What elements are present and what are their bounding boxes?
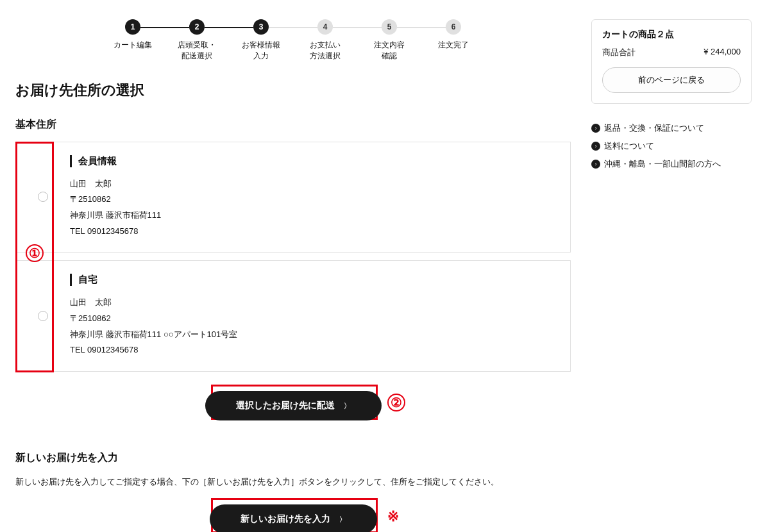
- new-address-cta-row: 新しいお届け先を入力 〉 ※: [15, 504, 571, 532]
- progress-step: 4お支払い 方法選択: [293, 19, 357, 62]
- button-label: 選択したお届け先に配送: [236, 400, 335, 411]
- help-link[interactable]: ›沖縄・離島・一部山間部の方へ: [591, 155, 752, 173]
- address-tel: TEL 09012345678: [70, 224, 557, 240]
- step-number: 1: [125, 19, 140, 35]
- step-connector: [269, 27, 317, 28]
- address-card[interactable]: 会員情報山田 太郎〒2510862神奈川県 藤沢市稲荷111TEL 090123…: [15, 142, 571, 253]
- step-connector: [333, 27, 382, 28]
- button-label: 新しいお届け先を入力: [240, 513, 330, 525]
- deliver-to-selected-button[interactable]: 選択したお届け先に配送 〉: [205, 391, 382, 420]
- step-label: お支払い 方法選択: [310, 40, 341, 62]
- step-label: 店頭受取・ 配送選択: [178, 40, 216, 62]
- basic-address-heading: 基本住所: [15, 118, 571, 131]
- annotation-marker: ※: [387, 508, 399, 525]
- step-label: お客様情報 入力: [242, 40, 280, 62]
- address-title: 自宅: [70, 274, 557, 286]
- address-title: 会員情報: [70, 155, 557, 167]
- step-number: 5: [382, 19, 397, 35]
- annotation-marker: ②: [387, 394, 405, 411]
- address-zip: 〒2510862: [70, 311, 557, 327]
- new-address-heading: 新しいお届け先を入力: [15, 451, 571, 465]
- radio-input[interactable]: [38, 311, 48, 321]
- step-number: 3: [253, 19, 269, 35]
- address-name: 山田 太郎: [70, 176, 557, 192]
- address-tel: TEL 09012345678: [70, 342, 557, 358]
- address-card[interactable]: 自宅山田 太郎〒2510862神奈川県 藤沢市稲荷111 ○○アパート101号室…: [15, 260, 571, 372]
- progress-step: 1カート編集: [101, 19, 165, 51]
- chevron-right-icon: ›: [591, 142, 600, 151]
- chevron-right-icon: 〉: [339, 515, 346, 524]
- chevron-right-icon: ›: [591, 160, 600, 169]
- step-number: 6: [446, 19, 461, 35]
- step-label: カート編集: [114, 40, 152, 51]
- help-link-label: 送料について: [604, 140, 654, 152]
- step-connector: [140, 27, 189, 28]
- progress-step: 2店頭受取・ 配送選択: [165, 19, 229, 62]
- annotation-marker: ①: [26, 244, 44, 262]
- subtotal-value: ¥ 244,000: [704, 47, 741, 58]
- step-connector: [397, 27, 446, 28]
- address-name: 山田 太郎: [70, 295, 557, 311]
- cart-summary: カートの商品２点 商品合計 ¥ 244,000 前のページに戻る: [591, 19, 752, 104]
- deliver-cta-row: 選択したお届け先に配送 〉 ②: [15, 391, 571, 420]
- chevron-right-icon: ›: [591, 124, 600, 133]
- help-links: ›返品・交換・保証について›送料について›沖縄・離島・一部山間部の方へ: [591, 119, 752, 173]
- step-number: 2: [189, 19, 205, 35]
- address-zip: 〒2510862: [70, 192, 557, 208]
- new-address-description: 新しいお届け先を入力してご指定する場合、下の［新しいお届け先を入力］ボタンをクリ…: [15, 475, 571, 489]
- address-line: 神奈川県 藤沢市稲荷111 ○○アパート101号室: [70, 327, 557, 343]
- address-line: 神奈川県 藤沢市稲荷111: [70, 208, 557, 224]
- help-link[interactable]: ›返品・交換・保証について: [591, 119, 752, 137]
- progress-step: 6注文完了: [421, 19, 485, 51]
- help-link-label: 返品・交換・保証について: [604, 122, 704, 134]
- back-to-previous-button[interactable]: 前のページに戻る: [602, 67, 741, 93]
- cart-summary-title: カートの商品２点: [602, 29, 741, 40]
- input-new-address-button[interactable]: 新しいお届け先を入力 〉: [210, 504, 377, 532]
- chevron-right-icon: 〉: [344, 401, 351, 411]
- page-title: お届け先住所の選択: [15, 81, 571, 100]
- step-label: 注文完了: [438, 40, 469, 51]
- checkout-progress: 1カート編集2店頭受取・ 配送選択3お客様情報 入力4お支払い 方法選択5注文内…: [15, 19, 571, 62]
- step-number: 4: [317, 19, 333, 35]
- help-link[interactable]: ›送料について: [591, 137, 752, 155]
- step-label: 注文内容 確認: [374, 40, 405, 62]
- progress-step: 3お客様情報 入力: [229, 19, 293, 62]
- help-link-label: 沖縄・離島・一部山間部の方へ: [604, 158, 721, 170]
- radio-input[interactable]: [38, 192, 48, 202]
- address-list: ① 会員情報山田 太郎〒2510862神奈川県 藤沢市稲荷111TEL 0901…: [15, 142, 571, 372]
- progress-step: 5注文内容 確認: [357, 19, 421, 62]
- step-connector: [205, 27, 253, 28]
- subtotal-label: 商品合計: [602, 47, 636, 58]
